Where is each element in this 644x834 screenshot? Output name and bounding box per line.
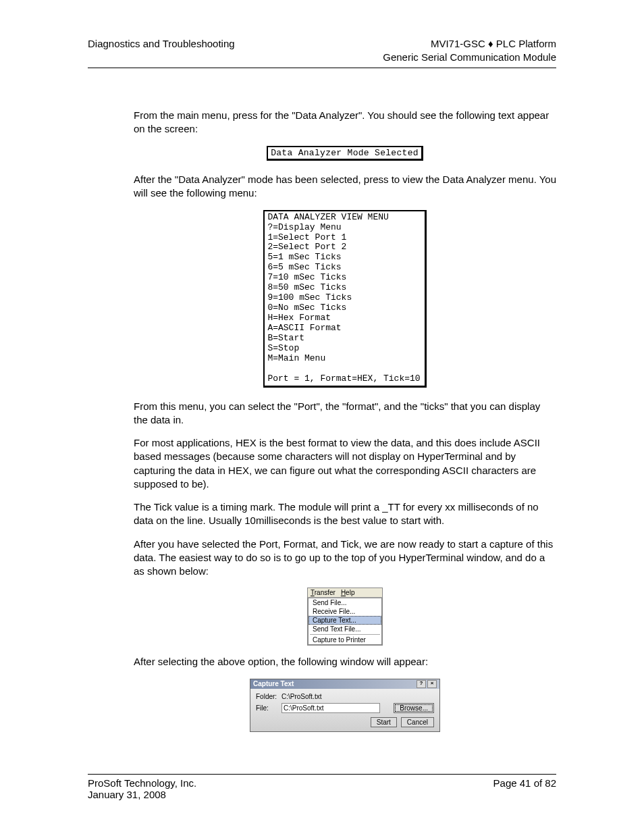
menu-item-capture-text[interactable]: Capture Text... (308, 616, 381, 625)
close-icon[interactable]: × (427, 680, 437, 688)
paragraph-5: The Tick value is a timing mark. The mod… (134, 500, 556, 528)
menu-line: 9=100 mSec Ticks (267, 292, 352, 303)
footer-date: January 31, 2008 (88, 789, 196, 800)
paragraph-4: For most applications, HEX is the best f… (134, 436, 556, 491)
header-left: Diagnostics and Troubleshooting (88, 37, 235, 63)
menu-transfer[interactable]: Transfer (311, 589, 336, 596)
menu-line: H=Hex Format (267, 313, 331, 323)
ht-dropdown: Send File... Receive File... Capture Tex… (308, 598, 382, 645)
menu-line: DATA ANALYZER VIEW MENU (267, 212, 388, 222)
terminal-banner-wrap: Data Analyzer Mode Selected (134, 146, 556, 161)
menu-separator (310, 634, 380, 635)
cancel-button[interactable]: Cancel (401, 717, 434, 727)
start-button[interactable]: Start (371, 717, 397, 727)
menu-line: A=ASCII Format (267, 323, 341, 333)
menu-help[interactable]: Help (341, 589, 355, 596)
paragraph-7: After selecting the above option, the fo… (134, 655, 556, 669)
folder-label: Folder: (256, 693, 277, 700)
file-row: File: Browse... (256, 703, 434, 713)
browse-button[interactable]: Browse... (394, 703, 434, 713)
menu-line: 8=50 mSec Ticks (267, 282, 346, 292)
folder-row: Folder: C:\ProSoft.txt (256, 693, 434, 700)
file-input[interactable] (281, 703, 380, 713)
menu-line: 1=Select Port 1 (267, 232, 346, 242)
analyzer-menu: DATA ANALYZER VIEW MENU ?=Display Menu 1… (263, 210, 426, 388)
document-page: Diagnostics and Troubleshooting MVI71-GS… (0, 0, 644, 834)
ht-menubar: Transfer Help (308, 588, 382, 598)
file-label: File: (256, 704, 277, 712)
menu-line: 2=Select Port 2 (267, 242, 346, 252)
dialog-titlebar: Capture Text ? × (250, 679, 439, 689)
analyzer-menu-wrap: DATA ANALYZER VIEW MENU ?=Display Menu 1… (134, 210, 556, 388)
footer-left: ProSoft Technology, Inc. January 31, 200… (88, 777, 196, 800)
ht-menu-wrap: Transfer Help Send File... Receive File.… (134, 588, 556, 646)
footer-page: Page 41 of 82 (493, 777, 556, 800)
header-right: MVI71-GSC ♦ PLC Platform Generic Serial … (383, 37, 556, 63)
menu-item-send-file[interactable]: Send File... (308, 598, 381, 607)
paragraph-1: From the main menu, press for the "Data … (134, 109, 556, 136)
paragraph-3: From this menu, you can select the "Port… (134, 400, 556, 427)
page-footer: ProSoft Technology, Inc. January 31, 200… (88, 774, 556, 800)
terminal-banner: Data Analyzer Mode Selected (267, 146, 423, 161)
header-subtitle: Generic Serial Communication Module (383, 51, 556, 64)
page-header: Diagnostics and Troubleshooting MVI71-GS… (88, 37, 556, 68)
menu-line: 6=5 mSec Ticks (267, 262, 341, 272)
menu-line: M=Main Menu (267, 353, 325, 363)
paragraph-2: After the "Data Analyzer" mode has been … (134, 173, 556, 201)
header-product: MVI71-GSC ♦ PLC Platform (383, 37, 556, 51)
menu-line: ?=Display Menu (267, 222, 341, 232)
menu-line: 0=No mSec Ticks (267, 303, 346, 313)
window-buttons: ? × (417, 680, 437, 688)
footer-company: ProSoft Technology, Inc. (88, 777, 196, 789)
capture-dialog: Capture Text ? × Folder: C:\ProSoft.txt … (250, 679, 440, 732)
capture-dialog-wrap: Capture Text ? × Folder: C:\ProSoft.txt … (134, 679, 556, 732)
menu-item-receive-file[interactable]: Receive File... (308, 607, 381, 616)
menu-line: 7=10 mSec Ticks (267, 272, 346, 282)
menu-line: B=Start (267, 333, 304, 343)
menu-line: 5=1 mSec Ticks (267, 252, 341, 262)
dialog-title: Capture Text (253, 680, 294, 687)
folder-value: C:\ProSoft.txt (281, 693, 321, 700)
help-button-icon[interactable]: ? (417, 680, 426, 688)
menu-line: S=Stop (267, 343, 299, 353)
menu-line: Port = 1, Format=HEX, Tick=10 (267, 373, 420, 384)
ht-menu: Transfer Help Send File... Receive File.… (307, 588, 383, 646)
dialog-actions: Start Cancel (256, 717, 434, 727)
menu-item-send-text-file[interactable]: Send Text File... (308, 625, 381, 633)
paragraph-6: After you have selected the Port, Format… (134, 538, 556, 579)
dialog-body: Folder: C:\ProSoft.txt File: Browse... S… (250, 689, 439, 731)
menu-item-capture-printer[interactable]: Capture to Printer (308, 635, 381, 644)
page-body: From the main menu, press for the "Data … (88, 109, 556, 732)
